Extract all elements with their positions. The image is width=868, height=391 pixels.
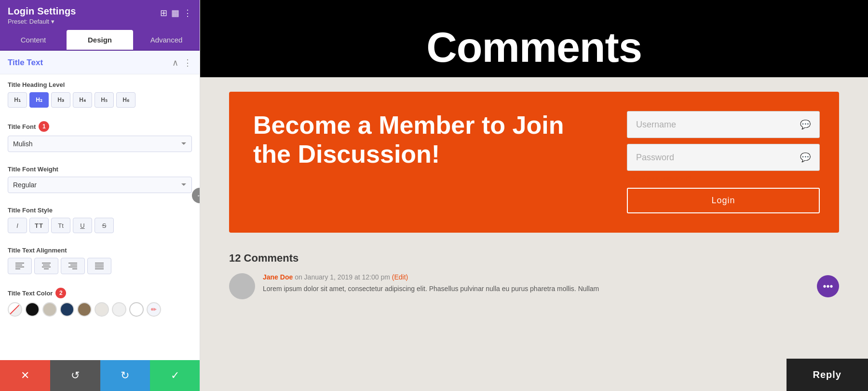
title-font-select[interactable]: Mulish [8, 136, 192, 152]
comments-section: 12 Comments Jane Doe on January 1, 2019 … [229, 247, 839, 309]
comment-options-button[interactable]: ••• [817, 275, 839, 297]
swatch-light-gray[interactable] [95, 302, 109, 317]
svg-rect-2 [15, 266, 24, 267]
username-icon: 💬 [800, 119, 811, 130]
svg-rect-8 [68, 263, 77, 264]
panel-tabs: Content Design Advanced [0, 30, 200, 51]
layout-icon[interactable]: ▦ [171, 8, 179, 18]
section-header: Title Text ∧ ⋮ [0, 51, 200, 74]
undo-button[interactable]: ↺ [50, 360, 100, 391]
align-justify-btn[interactable] [87, 258, 111, 274]
preview-panel: Comments Become a Member to Join the Dis… [200, 0, 868, 391]
title-font-weight-label: Title Font Weight [8, 166, 192, 173]
password-input[interactable]: Password 💬 [627, 144, 820, 171]
svg-rect-3 [15, 268, 20, 269]
heading-h5-btn[interactable]: H₅ [95, 92, 114, 108]
reply-button[interactable]: Reply [787, 359, 868, 391]
svg-rect-1 [15, 265, 22, 265]
expand-icon[interactable]: ⊞ [160, 8, 167, 18]
tab-advanced[interactable]: Advanced [133, 30, 200, 50]
password-placeholder: Password [636, 153, 674, 163]
panel-header-icons: ⊞ ▦ ⋮ [160, 8, 192, 18]
confirm-button[interactable]: ✓ [150, 360, 200, 391]
login-box: Become a Member to Join the Discussion! … [229, 92, 839, 233]
comments-count: 12 Comments [229, 252, 839, 265]
tab-design[interactable]: Design [67, 30, 133, 50]
italic-btn[interactable]: I [8, 218, 27, 233]
title-text-color-badge: 2 [55, 288, 66, 298]
login-box-right: Username 💬 Password 💬 Forgot your passwo… [627, 111, 820, 213]
comment-edit[interactable]: (Edit) [392, 273, 408, 281]
underline-btn[interactable]: U [73, 218, 92, 233]
redo-button[interactable]: ↻ [100, 360, 150, 391]
swatch-brown[interactable] [77, 302, 92, 317]
login-button[interactable]: Login [627, 188, 820, 213]
panel-header-left: Login Settings Preset: Default ▾ [8, 6, 76, 25]
forgot-password-link[interactable]: Forgot your password? [627, 175, 820, 182]
swatch-tan[interactable] [42, 302, 57, 317]
font-style-buttons: I TT Tt U S [8, 218, 192, 233]
svg-rect-11 [72, 268, 77, 269]
section-header-icons: ∧ ⋮ [172, 57, 192, 68]
svg-rect-4 [42, 263, 51, 264]
username-input[interactable]: Username 💬 [627, 111, 820, 138]
heading-h1-btn[interactable]: H₁ [8, 92, 27, 108]
align-left-btn[interactable] [8, 258, 32, 274]
strikethrough-btn[interactable]: S [95, 218, 114, 233]
svg-rect-0 [15, 263, 24, 264]
swatch-black[interactable] [25, 302, 40, 317]
heading-level-buttons: H₁ H₂ H₃ H₄ H₅ H₆ [8, 92, 192, 108]
cancel-button[interactable]: ✕ [0, 360, 50, 391]
comment-author: Jane Doe [263, 273, 293, 281]
swatch-near-white[interactable] [112, 302, 126, 317]
svg-rect-10 [68, 266, 77, 267]
align-right-btn[interactable] [61, 258, 85, 274]
title-font-label: Title Font 1 [8, 121, 192, 132]
main-content: Become a Member to Join the Discussion! … [200, 77, 868, 391]
title-text-color-label: Title Text Color 2 [8, 288, 192, 298]
collapse-icon[interactable]: ∧ [172, 57, 178, 68]
capitalize-btn[interactable]: Tt [51, 218, 70, 233]
swatch-custom[interactable]: ✏ [147, 302, 161, 317]
title-font-style-field: Title Font Style I TT Tt U S [0, 200, 200, 233]
password-icon: 💬 [800, 152, 811, 163]
align-center-btn[interactable] [34, 258, 58, 274]
title-text-alignment-label: Title Text Alignment [8, 247, 192, 254]
svg-rect-5 [43, 265, 50, 265]
heading-h3-btn[interactable]: H₃ [51, 92, 70, 108]
title-font-weight-field: Title Font Weight Regular [0, 159, 200, 193]
comment-avatar [229, 273, 255, 299]
login-box-left: Become a Member to Join the Discussion! [253, 111, 598, 213]
comment-row: Jane Doe on January 1, 2019 at 12:00 pm … [229, 273, 839, 299]
svg-rect-12 [95, 263, 104, 264]
heading-level-field: Title Heading Level H₁ H₂ H₃ H₄ H₅ H₆ [0, 74, 200, 108]
title-font-style-label: Title Font Style [8, 207, 192, 214]
username-placeholder: Username [636, 120, 676, 130]
panel-title: Login Settings [8, 6, 76, 17]
title-font-weight-select[interactable]: Regular [8, 177, 192, 193]
uppercase-btn[interactable]: TT [29, 218, 49, 233]
svg-rect-13 [95, 265, 104, 265]
comment-text: Lorem ipsum dolor sit amet, consectetur … [263, 284, 809, 294]
heading-level-label: Title Heading Level [8, 81, 192, 88]
heading-h4-btn[interactable]: H₄ [73, 92, 92, 108]
swatch-dark-blue[interactable] [60, 302, 74, 317]
svg-rect-15 [95, 268, 104, 269]
panel-header: Login Settings Preset: Default ▾ ⊞ ▦ ⋮ [0, 0, 200, 30]
title-font-badge: 1 [39, 121, 49, 132]
title-text-color-field: Title Text Color 2 ✏ [0, 281, 200, 317]
heading-h6-btn[interactable]: H₆ [116, 92, 136, 108]
swatch-transparent[interactable] [8, 302, 22, 317]
swatch-white[interactable] [129, 302, 144, 317]
tab-content[interactable]: Content [0, 30, 67, 50]
section-title: Title Text [8, 58, 43, 68]
comment-content: Jane Doe on January 1, 2019 at 12:00 pm … [263, 273, 809, 294]
settings-panel: Login Settings Preset: Default ▾ ⊞ ▦ ⋮ C… [0, 0, 200, 391]
svg-rect-9 [70, 265, 77, 265]
color-swatches: ✏ [8, 302, 192, 317]
panel-preset[interactable]: Preset: Default ▾ [8, 18, 76, 25]
heading-h2-btn[interactable]: H₂ [29, 92, 49, 108]
more-options-icon[interactable]: ⋮ [183, 8, 192, 18]
section-more-icon[interactable]: ⋮ [183, 57, 192, 68]
login-headline: Become a Member to Join the Discussion! [253, 111, 598, 169]
